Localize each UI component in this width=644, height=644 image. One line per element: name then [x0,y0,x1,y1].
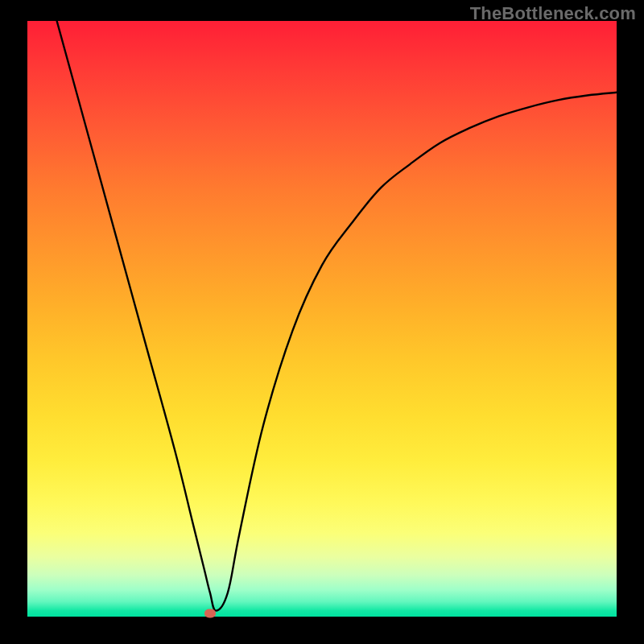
plot-area [27,21,617,617]
curve-path [57,21,617,611]
watermark-text: TheBottleneck.com [470,3,636,24]
bottleneck-curve [27,21,617,617]
minimum-marker [204,609,216,618]
chart-frame: TheBottleneck.com [0,0,644,644]
